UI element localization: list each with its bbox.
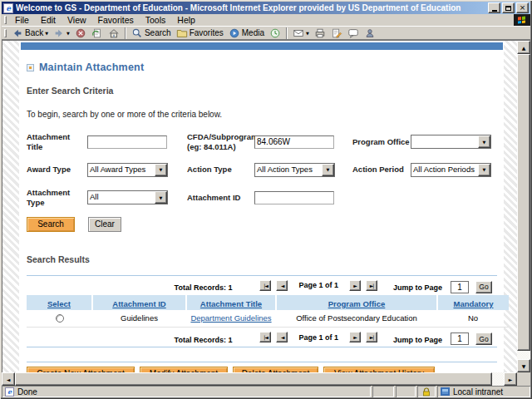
history-button[interactable] [267,27,283,39]
menu-edit[interactable]: Edit [35,14,62,26]
favorites-button[interactable]: Favorites [174,27,226,39]
refresh-button[interactable] [89,27,106,39]
home-button[interactable] [106,27,122,39]
back-icon [12,27,23,39]
chevron-down-icon: ▼ [160,167,163,172]
column-attachment-title[interactable]: Attachment Title [200,299,262,308]
go-button[interactable]: Go [475,281,492,293]
media-button[interactable]: Media [226,27,267,39]
first-page-button[interactable]: |◄ [259,280,271,291]
program-office-select[interactable]: ▼ [411,135,491,149]
scroll-down-button[interactable]: ▼ [517,359,530,372]
history-icon [269,27,281,39]
menu-tools[interactable]: Tools [140,14,172,26]
last-page-button[interactable]: ►| [366,280,377,291]
stop-button[interactable] [72,27,89,39]
mail-dropdown-icon[interactable]: ▼ [306,31,309,36]
menu-favorites[interactable]: Favorites [92,14,140,26]
attachment-title-input[interactable] [87,135,167,149]
search-criteria-heading: Enter Search Criteria [27,86,497,96]
windows-logo-icon [514,14,530,26]
page-left-border-pattern [2,41,19,372]
attachment-type-select[interactable]: All ▼ [87,190,168,204]
forward-dropdown-icon[interactable]: ▼ [66,31,70,36]
ie-page-icon: e [3,3,13,13]
forward-button[interactable]: ▼ [51,27,72,39]
column-select[interactable]: Select [47,299,71,308]
column-attachment-id[interactable]: Attachment ID [112,299,165,308]
next-page-button[interactable]: ► [349,332,361,342]
restore-button[interactable] [502,2,515,13]
horizontal-scroll-thumb[interactable] [15,372,492,386]
page-body: Maintain Attachment Enter Search Criteri… [20,41,504,372]
messenger-button[interactable] [362,27,378,39]
restore-icon [505,6,511,11]
attachment-title-link[interactable]: Department Guidelines [190,313,271,323]
edit-button[interactable] [328,27,345,39]
pagination-bottom: Total Records: 1 |◄ ◄ Page 1 of 1 ► ►| J… [27,328,497,347]
action-type-label: Action Type [187,165,254,175]
print-icon [314,27,326,39]
menu-view[interactable]: View [62,14,92,26]
previous-page-button[interactable]: ◄ [276,332,288,342]
award-type-select[interactable]: All Award Types ▼ [87,163,168,177]
last-page-button[interactable]: ►| [366,332,377,342]
divider [27,362,497,362]
action-period-select[interactable]: All Action Periods ▼ [411,163,491,177]
column-mandatory[interactable]: Mandatory [453,299,493,308]
browser-viewport: Maintain Attachment Enter Search Criteri… [2,40,530,372]
security-zone-panel: Local intranet [437,386,530,397]
close-button[interactable]: × [516,2,529,13]
first-page-button[interactable]: |◄ [259,332,271,342]
search-icon [131,27,143,39]
cell-mandatory: No [437,310,509,328]
first-page-icon: |◄ [264,334,268,340]
column-program-office[interactable]: Program Office [328,299,386,308]
arrow-right-icon: ► [509,377,513,382]
clear-button[interactable]: Clear [88,217,121,232]
vertical-scrollbar[interactable]: ▲ ▼ [517,41,530,372]
window-title: Welcome to GS - Department of Education … [16,3,485,12]
next-page-button[interactable]: ► [349,280,361,291]
jump-to-page-input[interactable] [451,332,469,345]
back-dropdown-icon[interactable]: ▼ [45,31,48,36]
status-message-panel: e Done [2,386,371,397]
jump-to-page-label: Jump to Page [393,283,442,292]
mail-button[interactable]: ▼ [290,27,312,39]
favorites-icon [176,27,188,39]
arrow-down-icon: ▼ [522,363,526,369]
print-button[interactable] [312,27,328,39]
title-bar: e Welcome to GS - Department of Educatio… [2,2,530,14]
scroll-right-button[interactable]: ► [504,372,517,386]
attachment-type-label: Attachment Type [27,188,87,208]
scroll-left-button[interactable]: ◄ [2,372,15,386]
discuss-button[interactable] [345,27,362,39]
menu-help[interactable]: Help [171,14,201,26]
minimize-button[interactable] [488,2,500,13]
scroll-up-button[interactable]: ▲ [517,41,530,54]
attachment-id-input[interactable] [254,191,334,204]
chevron-down-icon: ▼ [327,167,330,172]
jump-to-page-input[interactable] [451,281,469,293]
horizontal-scrollbar[interactable]: ◄ ► [2,372,530,386]
chevron-down-icon: ▼ [483,167,486,172]
back-button[interactable]: Back ▼ [9,27,51,39]
menu-file[interactable]: File [9,14,35,26]
last-page-icon: ►| [370,334,374,340]
previous-page-icon: ◄ [281,334,284,340]
toolbar-separator [125,27,126,39]
chevron-down-icon: ▼ [160,195,163,200]
toolbar-grip[interactable] [4,29,7,37]
action-type-select[interactable]: All Action Types ▼ [254,163,335,177]
previous-page-button[interactable]: ◄ [276,280,288,291]
menu-grip[interactable] [4,16,7,24]
search-button[interactable]: Search [129,27,174,39]
search-button[interactable]: Search [27,217,75,232]
browser-toolbar: Back ▼ ▼ Search Favorites Media ▼ [2,26,530,40]
vertical-scroll-thumb[interactable] [517,54,530,351]
go-button[interactable]: Go [475,332,492,345]
edit-icon [331,27,342,39]
cfda-subprogram-input[interactable] [254,135,334,149]
row-select-radio[interactable] [56,314,64,323]
jump-to-page-label: Jump to Page [393,336,442,344]
